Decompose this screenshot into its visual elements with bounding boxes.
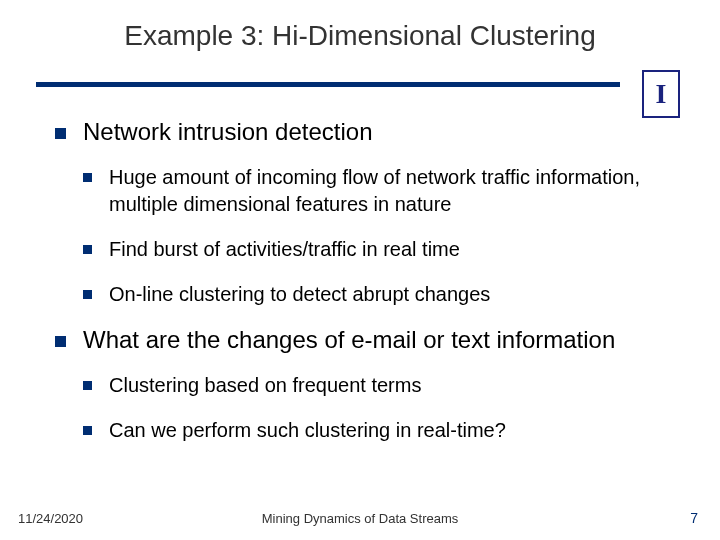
bullet-text: What are the changes of e-mail or text i…	[83, 326, 615, 353]
illinois-logo: I	[642, 70, 680, 118]
sub-bullet-list: Clustering based on frequent terms Can w…	[83, 372, 680, 444]
sub-bullet-list: Huge amount of incoming flow of network …	[83, 164, 680, 308]
bullet-list: Network intrusion detection Huge amount …	[55, 118, 680, 444]
footer-page-number: 7	[690, 510, 698, 526]
title-area: Example 3: Hi-Dimensional Clustering	[0, 0, 720, 88]
slide: Example 3: Hi-Dimensional Clustering I N…	[0, 0, 720, 540]
footer-date: 11/24/2020	[18, 511, 83, 526]
footer-center-title: Mining Dynamics of Data Streams	[262, 511, 459, 526]
sub-bullet-item: Can we perform such clustering in real-t…	[83, 417, 680, 444]
footer: 11/24/2020 Mining Dynamics of Data Strea…	[0, 506, 720, 526]
sub-bullet-item: Huge amount of incoming flow of network …	[83, 164, 680, 218]
bullet-item: What are the changes of e-mail or text i…	[55, 326, 680, 444]
illinois-logo-letter: I	[656, 78, 667, 110]
sub-bullet-item: Clustering based on frequent terms	[83, 372, 680, 399]
bullet-item: Network intrusion detection Huge amount …	[55, 118, 680, 308]
content-area: Network intrusion detection Huge amount …	[0, 88, 720, 444]
title-rule	[36, 82, 620, 87]
bullet-text: Network intrusion detection	[83, 118, 372, 145]
sub-bullet-item: On-line clustering to detect abrupt chan…	[83, 281, 680, 308]
title-rule-wrap	[0, 82, 720, 88]
sub-bullet-item: Find burst of activities/traffic in real…	[83, 236, 680, 263]
slide-title: Example 3: Hi-Dimensional Clustering	[0, 20, 720, 52]
